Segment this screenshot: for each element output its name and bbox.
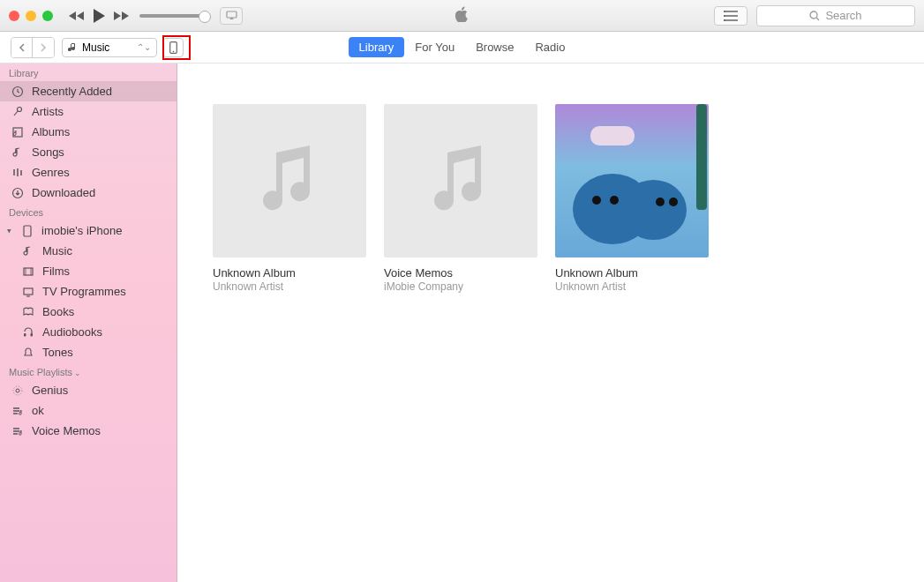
next-track-button[interactable] xyxy=(113,11,129,21)
tab-label: For You xyxy=(415,41,454,54)
note-icon xyxy=(21,245,35,257)
sidebar-device-iphone[interactable]: imobie's iPhone xyxy=(0,220,177,241)
sidebar-item-device-music[interactable]: Music xyxy=(0,241,177,261)
album-title: Unknown Album xyxy=(213,266,366,280)
svg-point-4 xyxy=(810,11,817,19)
sidebar-item-label: Downloaded xyxy=(32,186,95,199)
section-title-playlists[interactable]: Music Playlists⌄ xyxy=(0,362,177,380)
sidebar-item-albums[interactable]: Albums xyxy=(0,122,177,142)
note-icon xyxy=(11,146,25,159)
album-item[interactable]: Unknown Album Unknown Artist xyxy=(555,104,709,293)
audiobook-icon xyxy=(21,326,35,339)
svg-rect-11 xyxy=(24,226,31,236)
phone-icon xyxy=(169,41,177,54)
sidebar-item-label: Tones xyxy=(42,346,73,359)
note-icon xyxy=(68,42,78,53)
album-icon xyxy=(11,126,25,138)
download-icon xyxy=(11,187,25,199)
album-title: Voice Memos xyxy=(384,266,537,280)
window-traffic-lights xyxy=(9,11,53,21)
sidebar-item-label: ok xyxy=(32,404,44,417)
film-icon xyxy=(21,265,35,278)
sidebar-item-downloaded[interactable]: Downloaded xyxy=(0,183,177,203)
sidebar-item-label: Artists xyxy=(32,105,64,118)
album-item[interactable]: Voice Memos iMobie Company xyxy=(384,104,537,293)
sidebar-item-label: Voice Memos xyxy=(32,424,101,437)
media-type-selector[interactable]: Music ⌃⌄ xyxy=(62,38,157,57)
sidebar-item-label: Music xyxy=(42,244,72,257)
list-view-button[interactable] xyxy=(714,6,747,26)
sidebar-item-label: Genius xyxy=(32,384,68,397)
music-note-icon xyxy=(259,146,320,216)
titlebar: Search xyxy=(0,0,924,32)
tv-icon xyxy=(21,286,35,298)
album-art-placeholder xyxy=(213,104,366,257)
tab-label: Radio xyxy=(535,41,565,54)
music-note-icon xyxy=(430,146,492,216)
sidebar-item-playlist-ok[interactable]: ok xyxy=(0,400,177,421)
section-title-library: Library xyxy=(0,63,177,81)
sidebar-item-playlist-voice-memos[interactable]: Voice Memos xyxy=(0,421,177,441)
sidebar-item-label: Films xyxy=(42,265,70,278)
search-placeholder: Search xyxy=(825,9,861,22)
svg-point-6 xyxy=(172,50,174,52)
tab-browse[interactable]: Browse xyxy=(465,37,524,57)
sidebar-item-device-tv[interactable]: TV Programmes xyxy=(0,281,177,302)
genius-icon xyxy=(11,384,25,397)
mic-icon xyxy=(11,106,25,118)
svg-point-2 xyxy=(724,15,725,17)
tab-label: Library xyxy=(359,41,394,54)
main-tabs: Library For You Browse Radio xyxy=(349,37,576,57)
close-window-button[interactable] xyxy=(9,11,19,21)
sidebar-item-label: Audiobooks xyxy=(42,325,102,339)
search-input[interactable]: Search xyxy=(756,5,915,26)
airplay-button[interactable] xyxy=(220,7,243,25)
device-button[interactable] xyxy=(162,38,184,57)
sidebar-item-label: Genres xyxy=(32,166,70,179)
minimize-window-button[interactable] xyxy=(26,11,36,21)
sidebar-item-artists[interactable]: Artists xyxy=(0,101,177,122)
sidebar-item-label: Recently Added xyxy=(32,85,112,98)
sidebar-item-label: Songs xyxy=(32,146,64,159)
sidebar-item-label: Albums xyxy=(32,125,70,138)
phone-icon xyxy=(20,225,34,237)
album-grid: Unknown Album Unknown Artist Voice Memos… xyxy=(177,63,924,582)
tab-radio[interactable]: Radio xyxy=(524,37,575,57)
forward-button[interactable] xyxy=(33,38,54,57)
sidebar-item-genius[interactable]: Genius xyxy=(0,380,177,400)
album-artist: Unknown Artist xyxy=(555,280,709,293)
clock-add-icon xyxy=(11,86,25,98)
svg-point-16 xyxy=(16,389,19,392)
svg-point-3 xyxy=(724,19,725,21)
search-icon xyxy=(809,11,820,21)
album-item[interactable]: Unknown Album Unknown Artist xyxy=(213,104,366,293)
playlist-icon xyxy=(11,425,25,437)
volume-slider[interactable] xyxy=(139,14,206,18)
media-type-label: Music xyxy=(82,41,109,54)
sidebar-item-songs[interactable]: Songs xyxy=(0,142,177,162)
section-title-devices: Devices xyxy=(0,203,177,220)
sidebar-item-device-films[interactable]: Films xyxy=(0,261,177,281)
playback-controls xyxy=(69,7,243,25)
svg-rect-0 xyxy=(227,11,237,18)
sidebar-item-device-books[interactable]: Books xyxy=(0,302,177,322)
nav-buttons xyxy=(11,37,55,58)
album-artist: iMobie Company xyxy=(384,280,537,293)
tab-for-you[interactable]: For You xyxy=(404,37,465,57)
previous-track-button[interactable] xyxy=(69,11,85,21)
album-title: Unknown Album xyxy=(555,266,709,280)
book-icon xyxy=(21,306,35,318)
sidebar-item-device-audiobooks[interactable]: Audiobooks xyxy=(0,322,177,342)
album-art-placeholder xyxy=(384,104,537,257)
play-button[interactable] xyxy=(92,8,106,24)
back-button[interactable] xyxy=(11,38,33,57)
tab-library[interactable]: Library xyxy=(349,37,405,57)
tab-label: Browse xyxy=(476,41,514,54)
sidebar-item-recently-added[interactable]: Recently Added xyxy=(0,81,177,101)
sidebar-item-genres[interactable]: Genres xyxy=(0,162,177,183)
svg-rect-15 xyxy=(31,333,34,337)
sidebar-item-device-tones[interactable]: Tones xyxy=(0,342,177,362)
maximize-window-button[interactable] xyxy=(42,11,53,21)
svg-rect-13 xyxy=(24,288,33,295)
svg-rect-12 xyxy=(24,268,33,275)
